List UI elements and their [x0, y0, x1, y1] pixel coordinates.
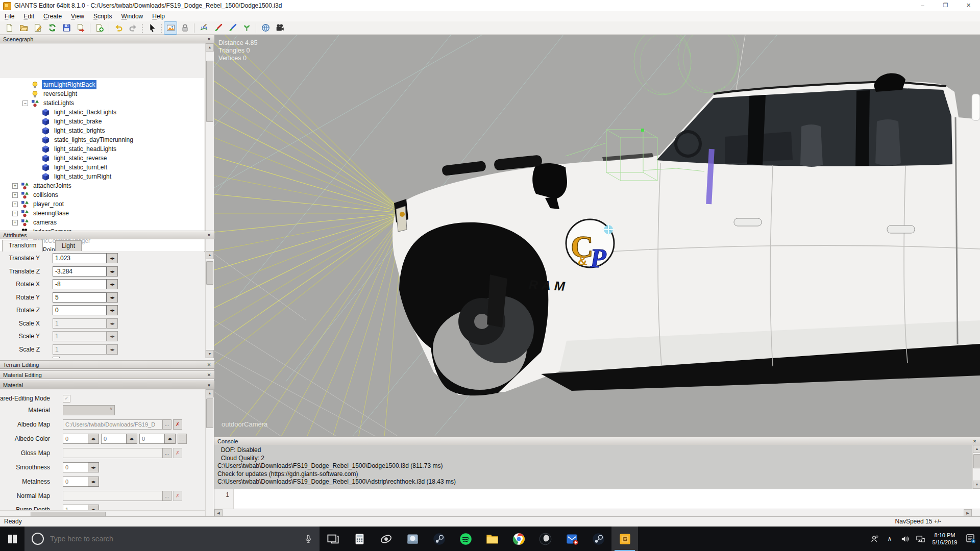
- clock[interactable]: 8:10 PM 5/16/2019: [928, 532, 962, 546]
- material-editing-close-icon[interactable]: ✕: [206, 372, 212, 379]
- tab-light[interactable]: Light: [55, 240, 82, 252]
- file-input[interactable]: C:/Users/twbab/Downloads/FS19_D: [63, 419, 164, 430]
- minimize-button[interactable]: –: [911, 0, 934, 11]
- tree-item-light_static_BackLights[interactable]: light_static_BackLights: [0, 108, 204, 117]
- material-section-header[interactable]: Material ▼: [0, 381, 214, 389]
- taskbar-app-spotify[interactable]: [452, 527, 479, 551]
- export-button[interactable]: [74, 21, 87, 35]
- number-spinner[interactable]: ◂▸: [88, 462, 99, 472]
- browse-button[interactable]: …: [162, 448, 172, 458]
- terrain-editing-close-icon[interactable]: ✕: [206, 362, 212, 368]
- taskbar-app-obs-studio[interactable]: [532, 527, 558, 551]
- menu-window[interactable]: Window: [117, 11, 148, 21]
- attributes-scrollbar[interactable]: ▲ ▼: [205, 251, 214, 358]
- search-input[interactable]: [49, 534, 303, 543]
- tab-transform[interactable]: Transform: [2, 240, 43, 252]
- console-command-area[interactable]: 1: [214, 489, 980, 509]
- terrain-smooth-button[interactable]: [226, 21, 239, 35]
- attr-spinner[interactable]: ◂▸: [107, 331, 118, 341]
- start-button[interactable]: [0, 527, 24, 551]
- attr-input-scale-z[interactable]: 1: [53, 344, 107, 355]
- tree-item-light_static_brights[interactable]: light_static_brights: [0, 126, 204, 135]
- material-dropdown[interactable]: ∨: [63, 405, 115, 415]
- attr-spinner[interactable]: ◂▸: [107, 344, 118, 355]
- console-log-scrollbar[interactable]: ▲ ▼: [972, 445, 980, 489]
- tree-item-turnLightRightBack[interactable]: turnLightRightBack: [0, 80, 204, 89]
- network-icon[interactable]: [913, 527, 928, 551]
- color-spinner[interactable]: ◂▸: [126, 434, 137, 444]
- tree-item-light_static_turnRight[interactable]: light_static_turnRight: [0, 172, 204, 181]
- scenegraph-close-icon[interactable]: ✕: [206, 36, 212, 43]
- tree-expander-minus-icon[interactable]: −: [22, 101, 28, 106]
- taskbar-app-giants-editor[interactable]: [611, 527, 638, 551]
- number-input[interactable]: 0: [63, 462, 89, 472]
- number-input[interactable]: 0: [63, 477, 89, 487]
- save-button[interactable]: [60, 21, 73, 35]
- attr-input-rotate-x[interactable]: -8: [53, 279, 107, 289]
- tree-item-attacherJoints[interactable]: +attacherJoints: [0, 181, 204, 190]
- redo-button[interactable]: [126, 21, 139, 35]
- clear-button[interactable]: ✗: [173, 419, 182, 430]
- taskbar-app-mail[interactable]: [558, 527, 585, 551]
- attr-input-rotate-z[interactable]: 0: [53, 305, 107, 315]
- attr-input-translate-z[interactable]: -3.284: [53, 266, 107, 277]
- foliage-paint-button[interactable]: [240, 21, 253, 35]
- hidden-icons-chevron[interactable]: ∧: [882, 527, 897, 551]
- console-horizontal-scrollbar[interactable]: ◀ ▶: [214, 509, 980, 517]
- volume-icon[interactable]: [897, 527, 913, 551]
- truck-model[interactable]: RAM C & P: [393, 73, 980, 396]
- attr-spinner[interactable]: ◂▸: [107, 253, 118, 263]
- attr-input-rotate-y[interactable]: 5: [53, 292, 107, 303]
- taskbar-app-calculator[interactable]: [346, 527, 373, 551]
- attr-spinner[interactable]: ◂▸: [107, 266, 118, 277]
- terrain-paint-button[interactable]: [211, 21, 225, 35]
- tree-expander-plus-icon[interactable]: +: [12, 220, 18, 226]
- tree-item-staticLights[interactable]: −staticLights: [0, 98, 204, 108]
- import-file-button[interactable]: [31, 21, 44, 35]
- tree-item-player_root[interactable]: +player_root: [0, 199, 204, 209]
- taskbar-app-steam[interactable]: [426, 527, 452, 551]
- tree-expander-plus-icon[interactable]: +: [12, 192, 18, 198]
- select-tool-button[interactable]: [145, 21, 158, 35]
- tree-item-static_lights_dayTimerunning[interactable]: static_lights_dayTimerunning: [0, 135, 204, 144]
- taskbar-search[interactable]: [24, 527, 320, 551]
- material-section-arrow-icon[interactable]: ▼: [206, 382, 212, 389]
- menu-edit[interactable]: Edit: [19, 11, 39, 21]
- browse-button[interactable]: …: [162, 419, 172, 430]
- microphone-icon[interactable]: [303, 534, 313, 544]
- close-button[interactable]: ✕: [957, 0, 980, 11]
- viewport-3d[interactable]: RAM C & P: [214, 35, 980, 436]
- tree-expander-plus-icon[interactable]: +: [12, 183, 18, 189]
- taskbar-app-mixed-reality-portal[interactable]: [373, 527, 399, 551]
- color-component-input[interactable]: 0: [139, 434, 166, 444]
- lock-tool-button[interactable]: [178, 21, 191, 35]
- tree-item-reverseLight[interactable]: reverseLight: [0, 89, 204, 98]
- camera-tool-button[interactable]: [273, 21, 286, 35]
- people-icon[interactable]: [867, 527, 882, 551]
- taskbar-app-file-explorer[interactable]: [479, 527, 505, 551]
- tree-expander-plus-icon[interactable]: +: [12, 202, 18, 207]
- taskbar-app-photos[interactable]: [399, 527, 426, 551]
- maximize-button[interactable]: ❐: [934, 0, 957, 11]
- menu-create[interactable]: Create: [39, 11, 66, 21]
- terrain-sculpt-button[interactable]: [197, 21, 210, 35]
- taskbar-app-chrome[interactable]: [505, 527, 532, 551]
- menu-help[interactable]: Help: [148, 11, 169, 21]
- file-input[interactable]: [63, 448, 164, 458]
- tree-item-steeringBase[interactable]: +steeringBase: [0, 209, 204, 218]
- attr-spinner[interactable]: ◂▸: [107, 292, 118, 303]
- reload-button[interactable]: [45, 21, 59, 35]
- frame-view-button[interactable]: [164, 21, 177, 35]
- taskbar-app-task-view[interactable]: [320, 527, 346, 551]
- color-component-input[interactable]: 0: [101, 434, 128, 444]
- tree-item-collisions[interactable]: +collisions: [0, 190, 204, 199]
- shared-editing-checkbox[interactable]: ✓: [63, 395, 70, 403]
- tree-item-cameras[interactable]: +cameras: [0, 218, 204, 227]
- attr-input-scale-y[interactable]: 1: [53, 331, 107, 341]
- add-object-button[interactable]: [93, 21, 106, 35]
- tree-item-light_static_headLights[interactable]: light_static_headLights: [0, 144, 204, 154]
- attr-input-scale-x[interactable]: 1: [53, 318, 107, 329]
- undo-button[interactable]: [112, 21, 125, 35]
- attr-spinner[interactable]: ◂▸: [107, 305, 118, 315]
- color-spinner[interactable]: ◂▸: [164, 434, 176, 444]
